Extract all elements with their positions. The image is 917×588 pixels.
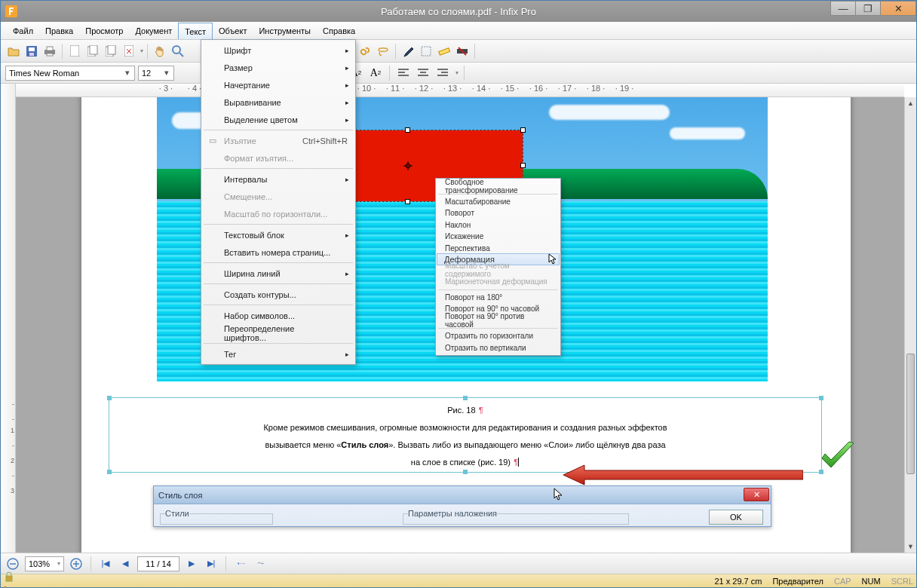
menu-tools[interactable]: Инструменты xyxy=(253,22,317,39)
scroll-up-icon[interactable]: ▲ xyxy=(905,97,916,109)
crop-tool-icon[interactable] xyxy=(418,43,434,60)
scroll-thumb[interactable] xyxy=(906,354,915,474)
menu-tag[interactable]: Тег▸ xyxy=(203,345,354,363)
vertical-ruler: -- 1- 2- 3 xyxy=(1,84,16,553)
menu-fontremap[interactable]: Переопределение шрифтов... xyxy=(203,324,354,341)
cursor-icon xyxy=(554,488,564,501)
lasso-tool-icon[interactable] xyxy=(375,43,391,60)
print-icon[interactable] xyxy=(41,43,58,60)
scroll-down-icon[interactable]: ▼ xyxy=(905,541,916,553)
menu-hscale: Масштаб по горизонтали... xyxy=(203,205,354,222)
maximize-button[interactable]: ❐ xyxy=(855,1,881,16)
nav-forward-button[interactable]: ⤳ xyxy=(253,556,268,571)
body-line1: Кроме режимов смешивания, огромные возмо… xyxy=(263,423,667,432)
copy-icon[interactable] xyxy=(84,43,101,60)
svg-rect-15 xyxy=(422,47,431,56)
ctx-perspective[interactable]: Перспектива xyxy=(437,243,559,255)
align-center-icon[interactable] xyxy=(415,65,431,81)
measure-icon[interactable] xyxy=(436,43,452,60)
statusbar: 103%▾ |◀ ◀ 11 / 14 ▶ ▶| ⬸ ⤳ xyxy=(1,553,916,574)
subscript-icon[interactable]: A2 xyxy=(367,65,384,81)
prev-page-button[interactable]: ◀ xyxy=(118,556,133,571)
svg-rect-16 xyxy=(439,47,450,54)
menu-pagenum[interactable]: Вставить номера страниц... xyxy=(203,243,354,261)
svg-rect-5 xyxy=(47,47,53,51)
ctx-skew[interactable]: Наклон xyxy=(437,219,559,231)
menu-align[interactable]: Выравнивание▸ xyxy=(203,93,354,111)
menu-style[interactable]: Начертание▸ xyxy=(203,76,354,93)
menu-help[interactable]: Справка xyxy=(317,22,361,39)
menu-document[interactable]: Документ xyxy=(129,22,178,39)
font-family-combo[interactable]: Times New Roman ▾ xyxy=(5,66,135,81)
menu-outlines[interactable]: Создать контуры... xyxy=(203,286,354,303)
zoom-tool-icon[interactable] xyxy=(170,43,186,60)
svg-rect-2 xyxy=(29,47,35,51)
zoom-combo[interactable]: 103%▾ xyxy=(25,556,64,571)
menu-size[interactable]: Размер▸ xyxy=(203,59,354,76)
titlebar: Работаем со слоями.pdf - Infix Pro — ❐ ✕ xyxy=(1,1,916,22)
text-frame[interactable]: Рис. 18 ¶ Кроме режимов смешивания, огро… xyxy=(109,397,822,473)
svg-rect-11 xyxy=(108,45,115,54)
menu-file[interactable]: Файл xyxy=(7,22,39,39)
cursor-icon xyxy=(548,253,557,265)
ctx-scale[interactable]: Масштабирование xyxy=(437,196,559,208)
menu-text[interactable]: Текст xyxy=(178,23,213,39)
vertical-scrollbar[interactable]: ▲ ▼ xyxy=(904,97,916,553)
ctx-flipv[interactable]: Отразить по вертикали xyxy=(437,342,559,354)
annotation-checkmark xyxy=(819,440,857,473)
hand-tool-icon[interactable] xyxy=(152,43,168,60)
ctx-rot180[interactable]: Поворот на 180° xyxy=(437,292,559,304)
next-page-button[interactable]: ▶ xyxy=(184,556,199,571)
close-button[interactable]: ✕ xyxy=(880,1,916,16)
font-toolbar: Times New Roman ▾ 12 ▾ A2 A2 ▾ xyxy=(1,63,916,84)
paste-icon[interactable] xyxy=(121,43,137,60)
menu-textblock[interactable]: Текстовый блок▸ xyxy=(203,226,354,243)
minimize-button[interactable]: — xyxy=(830,1,856,16)
save-icon[interactable] xyxy=(23,43,40,60)
menu-edit[interactable]: Правка xyxy=(39,22,79,39)
dropdown-arrow-icon[interactable]: ▾ xyxy=(140,47,143,54)
last-page-button[interactable]: ▶| xyxy=(204,556,219,571)
first-page-button[interactable]: |◀ xyxy=(98,556,113,571)
font-size-combo[interactable]: 12 ▾ xyxy=(138,66,174,81)
caption-text: Рис. 18 xyxy=(447,406,475,415)
zoom-in-button[interactable] xyxy=(69,556,84,571)
menu-spacing[interactable]: Интервалы▸ xyxy=(203,170,354,188)
menu-linewidth[interactable]: Ширина линий▸ xyxy=(203,265,354,282)
link-tool-icon[interactable] xyxy=(357,43,373,60)
cut-icon[interactable] xyxy=(103,43,119,60)
ctx-rot90ccw[interactable]: Поворот на 90° против часовой xyxy=(437,315,559,327)
redact-tool-icon[interactable] xyxy=(454,43,471,60)
nav-back-button[interactable]: ⬸ xyxy=(233,556,248,571)
menu-view[interactable]: Просмотр xyxy=(79,22,129,39)
page-dimensions: 21 x 29.7 cm xyxy=(714,577,762,586)
menu-charset[interactable]: Набор символов... xyxy=(203,307,354,324)
page-number-field[interactable]: 11 / 14 xyxy=(137,556,179,571)
ctx-rotate[interactable]: Поворот xyxy=(437,207,559,219)
eyedropper-icon[interactable] xyxy=(400,43,416,60)
text-menu-dropdown: Шрифт▸ Размер▸ Начертание▸ Выравнивание▸… xyxy=(201,39,356,365)
ctx-distort[interactable]: Искажение xyxy=(437,231,559,243)
transform-context-menu: Свободное трансформирование Масштабирова… xyxy=(435,178,561,356)
menu-font[interactable]: Шрифт▸ xyxy=(203,41,354,59)
ctx-free-transform[interactable]: Свободное трансформирование xyxy=(437,180,559,192)
menu-redact: ▭ИзъятиеCtrl+Shift+R xyxy=(203,132,354,149)
chevron-down-icon[interactable]: ▾ xyxy=(455,69,458,76)
align-right-icon[interactable] xyxy=(434,65,451,81)
align-left-icon[interactable] xyxy=(395,65,412,81)
menubar: Файл Правка Просмотр Документ Текст Объе… xyxy=(1,22,916,40)
chevron-down-icon: ▾ xyxy=(122,68,133,78)
open-icon[interactable] xyxy=(5,43,22,60)
lock-icon[interactable]: ▾ xyxy=(4,571,14,589)
menu-redact-format: Формат изъятия... xyxy=(203,149,354,167)
font-size-value: 12 xyxy=(142,69,151,78)
menu-highlight[interactable]: Выделение цветом▸ xyxy=(203,111,354,128)
ctx-fliph[interactable]: Отразить по горизонтали xyxy=(437,330,559,342)
newpage-icon[interactable] xyxy=(66,43,83,60)
menu-object[interactable]: Объект xyxy=(213,22,253,39)
main-toolbar: ▾ xyxy=(1,40,916,63)
chevron-down-icon: ▾ xyxy=(161,68,172,78)
zoom-out-button[interactable] xyxy=(5,556,20,571)
ctx-puppet: Марионеточная деформация xyxy=(437,276,559,288)
status-cap: CAP xyxy=(834,577,851,586)
